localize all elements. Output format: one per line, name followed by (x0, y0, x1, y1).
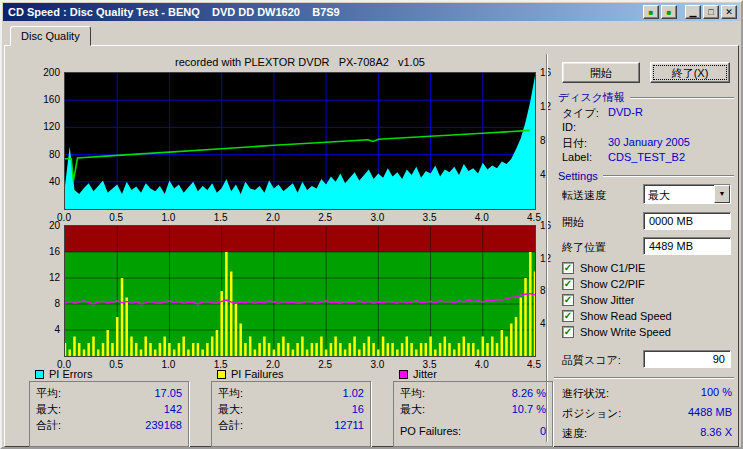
speed-row: 速度: 8.36 X (562, 426, 732, 441)
tab-label: Disc Quality (21, 30, 80, 42)
axis-tick-label: 0.5 (103, 212, 129, 223)
transfer-speed-value: 最大 (644, 185, 714, 203)
checkbox-box[interactable]: ✓ (562, 326, 574, 338)
pi-errors-swatch (35, 370, 44, 379)
field-label: タイプ: (562, 106, 608, 120)
axis-tick-label: 4.0 (469, 359, 495, 370)
status-value: 4488 MB (688, 406, 732, 421)
maximize-button[interactable]: □ (703, 5, 719, 19)
axis-tick-label: 40 (26, 176, 60, 187)
end-position-field[interactable]: 4489 MB (643, 237, 731, 255)
check-icon: ✓ (564, 295, 572, 305)
field-label: Label: (562, 151, 608, 165)
titlebar-buttons: ■ ■ ▁ □ ✕ (643, 5, 740, 19)
stat-value: 1.02 (343, 385, 364, 401)
check-icon: ✓ (564, 263, 572, 273)
top-chart-x-axis: 0.00.51.01.52.02.53.03.54.04.5 (64, 212, 536, 224)
axis-tick-label: 1.0 (155, 212, 181, 223)
recorded-with-text: recorded with PLEXTOR DVDR PX-708A2 v1.0… (64, 56, 536, 68)
field-label: 日付: (562, 136, 608, 150)
check-icon: ✓ (564, 311, 572, 321)
top-chart (64, 72, 536, 210)
settings-section-header: Settings (558, 170, 734, 182)
axis-tick-label: 1.0 (155, 359, 181, 370)
stat-label: 平均: (36, 385, 61, 401)
axis-tick-label: 16 (540, 67, 562, 78)
axis-tick-label: 12 (540, 253, 562, 264)
axis-tick-label: 12 (26, 272, 60, 283)
stat-value: 17.05 (154, 385, 182, 401)
jitter-swatch (399, 370, 408, 379)
checkbox-box[interactable]: ✓ (562, 278, 574, 290)
stat-value: 8.26 % (512, 385, 546, 401)
dropdown-button[interactable]: ▼ (714, 185, 730, 203)
tab-disc-quality[interactable]: Disc Quality (10, 26, 91, 46)
quality-score-field: 90 (643, 350, 731, 368)
legend-title: PI Failures (231, 368, 284, 380)
close-icon: ✕ (725, 7, 733, 17)
field-label: ID: (562, 121, 608, 135)
stat-row: 合計:12711 (218, 417, 364, 433)
checkbox-show-write-speed[interactable]: ✓ Show Write Speed (562, 325, 671, 339)
stat-value: 10.7 % (512, 401, 546, 417)
position-row: ポジション: 4488 MB (562, 406, 732, 421)
checkbox-box[interactable]: ✓ (562, 294, 574, 306)
window-capture-icon: ■ (667, 8, 672, 17)
legend-title: Jitter (413, 368, 437, 380)
capture-window-button[interactable]: ■ (661, 5, 677, 19)
stat-value: 142 (164, 401, 182, 417)
axis-tick-label: 4.5 (521, 359, 547, 370)
pi-failures-swatch (217, 370, 226, 379)
minimize-button[interactable]: ▁ (685, 5, 701, 19)
axis-tick-label: 3.0 (364, 212, 390, 223)
stat-value: 16 (352, 401, 364, 417)
axis-tick-label: 0.5 (103, 359, 129, 370)
axis-tick-label: 200 (26, 67, 60, 78)
checkbox-show-c1-pie[interactable]: ✓ Show C1/PIE (562, 261, 645, 275)
axis-tick-label: 2.5 (312, 359, 338, 370)
start-button[interactable]: 開始 (562, 62, 640, 83)
check-icon: ✓ (564, 279, 572, 289)
stat-label: PO Failures: (400, 423, 461, 439)
disc-label-row: Label: CDS_TEST_B2 (562, 151, 734, 165)
axis-tick-label: 2.0 (260, 212, 286, 223)
chevron-down-icon: ▼ (719, 190, 726, 197)
status-label: 進行状況: (562, 386, 609, 401)
stat-row: 平均:17.05 (36, 385, 182, 401)
stat-row: PO Failures:0 (400, 423, 546, 439)
transfer-speed-dropdown[interactable]: 最大 ▼ (643, 184, 731, 204)
titlebar[interactable]: CD Speed : Disc Quality Test - BENQ DVD … (3, 3, 740, 21)
axis-tick-label: 8 (540, 285, 562, 296)
pi-errors-stats-box: 平均:17.05 最大:142 合計:239168 (29, 381, 189, 447)
exit-button[interactable]: 終了(X) (650, 62, 730, 83)
checkbox-box[interactable]: ✓ (562, 262, 574, 274)
capture-graph-button[interactable]: ■ (643, 5, 659, 19)
status-label: 速度: (562, 426, 587, 441)
jitter-legend: Jitter (399, 368, 437, 380)
legend-title: PI Errors (49, 368, 92, 380)
tab-panel: recorded with PLEXTOR DVDR PX-708A2 v1.0… (4, 45, 739, 447)
progress-row: 進行状況: 100 % (562, 386, 732, 401)
axis-tick-label: 16 (540, 220, 562, 231)
jitter-stats-box: 平均:8.26 % 最大:10.7 % PO Failures:0 (393, 381, 553, 447)
chart-capture-icon: ■ (649, 8, 654, 17)
status-value: 100 % (701, 386, 732, 401)
stat-label: 合計: (36, 417, 61, 433)
checkbox-show-jitter[interactable]: ✓ Show Jitter (562, 293, 634, 307)
disc-date-row: 日付: 30 January 2005 (562, 136, 734, 150)
bottom-chart (64, 225, 536, 357)
start-position-field[interactable]: 0000 MB (643, 212, 731, 230)
disc-type-row: タイプ: DVD-R (562, 106, 734, 120)
checkbox-show-read-speed[interactable]: ✓ Show Read Speed (562, 309, 672, 323)
checkbox-label: Show C1/PIE (580, 262, 645, 274)
axis-tick-label: 20 (26, 220, 60, 231)
stat-label: 最大: (400, 401, 425, 417)
close-button[interactable]: ✕ (721, 5, 737, 19)
field-value: CDS_TEST_B2 (608, 151, 685, 165)
section-title: ディスク情報 (558, 90, 625, 105)
pi-failures-legend: PI Failures (217, 368, 284, 380)
checkbox-box[interactable]: ✓ (562, 310, 574, 322)
stat-row: 最大:10.7 % (400, 401, 546, 417)
axis-tick-label: 80 (26, 149, 60, 160)
checkbox-show-c2-pif[interactable]: ✓ Show C2/PIF (562, 277, 645, 291)
